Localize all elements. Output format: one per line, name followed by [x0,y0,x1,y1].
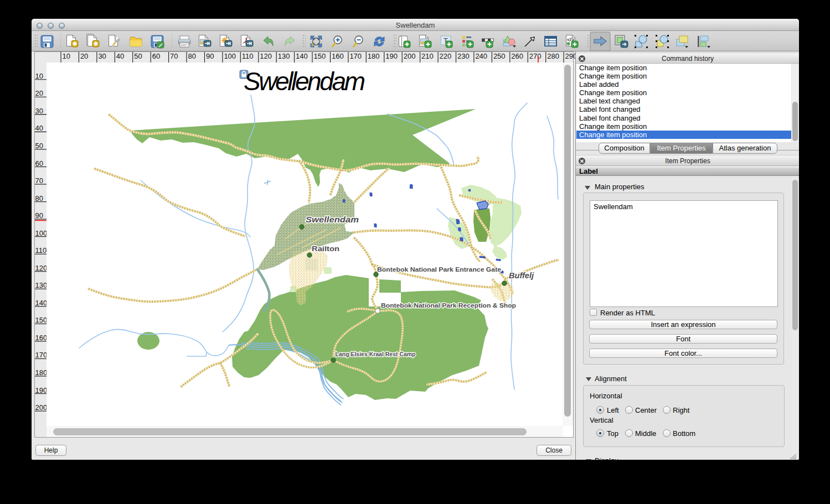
svg-text:Lang Elsies Kraal Rest Camp: Lang Elsies Kraal Rest Camp [336,351,416,357]
svg-text:100: 100 [35,229,47,237]
svg-text:200: 200 [404,52,416,60]
svg-text:130: 130 [35,281,47,289]
svg-text:190: 190 [35,386,47,394]
svg-text:20: 20 [35,89,43,97]
svg-text:Railton: Railton [312,245,339,253]
svg-text:180: 180 [368,52,380,60]
svg-text:160: 160 [332,52,344,60]
svg-text:280: 280 [547,52,559,60]
svg-text:80: 80 [35,194,43,202]
svg-text:110: 110 [35,246,47,254]
svg-text:170: 170 [349,52,362,60]
svg-text:10: 10 [35,72,43,80]
svg-text:140: 140 [35,299,47,307]
svg-text:240: 240 [475,52,487,60]
svg-text:120: 120 [35,264,47,272]
svg-text:Bontebok National Park Recepti: Bontebok National Park Reception & Shop [381,302,516,309]
svg-text:200: 200 [35,403,47,412]
svg-text:170: 170 [35,351,47,359]
svg-text:110: 110 [242,52,254,60]
svg-text:50: 50 [35,142,43,150]
svg-text:30: 30 [35,107,43,115]
svg-text:80: 80 [188,52,196,60]
svg-text:180: 180 [35,368,47,377]
svg-text:220: 220 [440,52,452,60]
svg-text:Swellendam: Swellendam [306,215,359,224]
svg-text:70: 70 [170,52,178,60]
svg-text:Swellendam: Swellendam [244,67,365,96]
svg-text:90: 90 [35,211,43,220]
svg-text:190: 190 [385,52,398,60]
svg-text:140: 140 [296,52,308,60]
svg-text:20: 20 [80,52,88,60]
svg-text:50: 50 [134,52,142,60]
svg-text:120: 120 [260,52,272,60]
svg-text:60: 60 [152,52,160,60]
svg-text:40: 40 [116,52,124,60]
svg-text:150: 150 [314,52,326,60]
svg-text:160: 160 [35,334,47,342]
svg-text:210: 210 [421,52,434,60]
svg-text:40: 40 [35,124,43,132]
svg-text:230: 230 [457,52,470,60]
svg-text:260: 260 [511,52,523,60]
svg-text:90: 90 [206,52,214,60]
svg-text:270: 270 [529,52,542,60]
svg-text:30: 30 [98,52,106,60]
svg-text:Buffelj: Buffelj [509,271,534,280]
svg-text:150: 150 [35,316,47,324]
svg-text:100: 100 [224,52,236,60]
svg-text:10: 10 [63,52,70,60]
svg-text:60: 60 [35,159,43,168]
svg-text:130: 130 [278,52,290,60]
svg-text:250: 250 [493,52,506,60]
svg-text:Bontebok National Park Entranc: Bontebok National Park Entrance Gate [377,266,501,273]
svg-text:70: 70 [35,176,43,185]
